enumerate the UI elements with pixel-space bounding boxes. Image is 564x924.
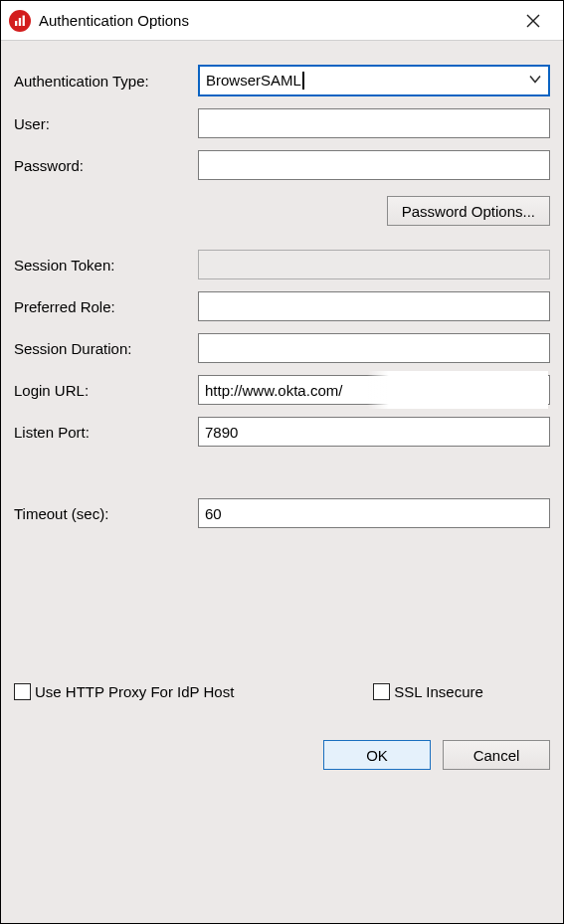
auth-type-value: BrowserSAML (206, 72, 304, 90)
password-input[interactable] (198, 150, 550, 180)
user-label: User: (14, 109, 188, 138)
listen-port-label: Listen Port: (14, 418, 188, 447)
session-token-input (198, 250, 550, 279)
checkbox-box (373, 683, 390, 700)
cancel-button[interactable]: Cancel (443, 740, 550, 770)
preferred-role-label: Preferred Role: (14, 292, 188, 321)
password-label: Password: (14, 151, 188, 180)
window-title: Authentication Options (39, 12, 513, 29)
login-url-label: Login URL: (14, 376, 188, 405)
preferred-role-input[interactable] (198, 291, 550, 321)
timeout-input[interactable] (198, 498, 550, 528)
http-proxy-label: Use HTTP Proxy For IdP Host (35, 683, 234, 700)
auth-type-label: Authentication Type: (14, 67, 188, 95)
listen-port-input[interactable] (198, 417, 550, 447)
checkbox-row: Use HTTP Proxy For IdP Host SSL Insecure (14, 683, 550, 700)
password-options-button[interactable]: Password Options... (387, 196, 550, 226)
dialog-window: Authentication Options Authentication Ty… (0, 0, 564, 924)
session-duration-label: Session Duration: (14, 334, 188, 363)
svg-rect-1 (19, 18, 21, 26)
footer-buttons: OK Cancel (14, 740, 550, 770)
checkbox-box (14, 683, 31, 700)
form: Authentication Type: BrowserSAML User: P… (14, 59, 550, 770)
session-token-label: Session Token: (14, 251, 188, 279)
ssl-insecure-checkbox[interactable]: SSL Insecure (373, 683, 483, 700)
ssl-insecure-label: SSL Insecure (394, 683, 483, 700)
svg-rect-2 (23, 15, 25, 26)
svg-rect-0 (15, 21, 17, 26)
titlebar: Authentication Options (1, 1, 563, 41)
close-icon (526, 14, 540, 28)
redacted-overlay (367, 371, 548, 409)
session-duration-input[interactable] (198, 333, 550, 363)
close-button[interactable] (513, 1, 553, 41)
ok-button[interactable]: OK (323, 740, 431, 770)
client-area: Authentication Type: BrowserSAML User: P… (1, 41, 563, 923)
http-proxy-checkbox[interactable]: Use HTTP Proxy For IdP Host (14, 683, 234, 700)
user-input[interactable] (198, 108, 550, 138)
chevron-down-icon (528, 73, 542, 90)
app-icon (9, 10, 31, 32)
auth-type-combo[interactable]: BrowserSAML (198, 65, 550, 96)
spacer (14, 453, 550, 492)
timeout-label: Timeout (sec): (14, 499, 188, 528)
